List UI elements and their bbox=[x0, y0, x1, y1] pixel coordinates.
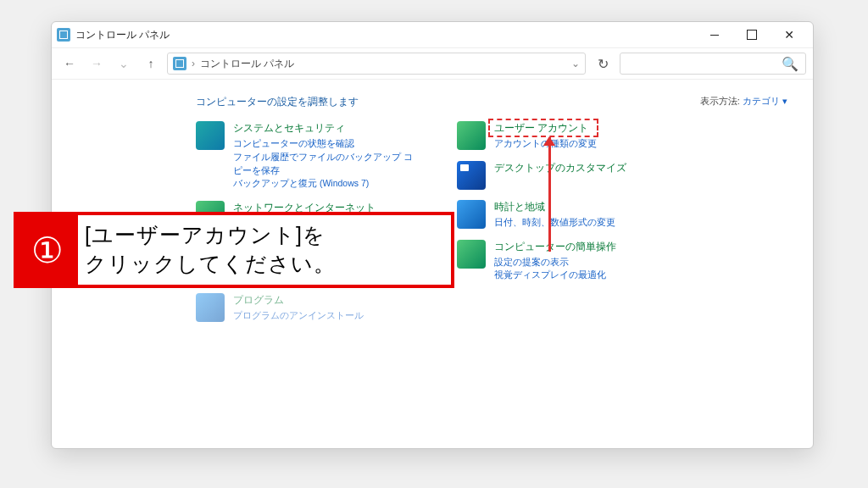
search-icon: 🔍 bbox=[782, 56, 798, 72]
category-column-right: ユーザー アカウント アカウントの種類の変更 デスクトップのカスタマイズ 時計と… bbox=[457, 121, 677, 322]
monitor-icon bbox=[457, 161, 486, 190]
back-button[interactable]: ← bbox=[58, 53, 81, 75]
forward-button[interactable]: → bbox=[86, 53, 108, 75]
category-link[interactable]: 設定の提案の表示 bbox=[494, 256, 616, 269]
close-button[interactable]: ✕ bbox=[771, 22, 808, 47]
control-panel-icon bbox=[57, 28, 70, 42]
category-title[interactable]: システムとセキュリティ bbox=[233, 121, 416, 136]
annotation-arrow bbox=[548, 137, 551, 252]
category-clock-region: 時計と地域 日付、時刻、数値形式の変更 bbox=[457, 200, 677, 230]
maximize-button[interactable] bbox=[733, 22, 771, 47]
user-icon bbox=[457, 121, 486, 150]
titlebar: コントロール パネル ✕ bbox=[52, 22, 813, 47]
category-ease-of-access: コンピューターの簡単操作 設定の提案の表示 視覚ディスプレイの最適化 bbox=[457, 240, 677, 283]
annotation-text: [ユーザーアカウント]を クリックしてください。 bbox=[78, 218, 451, 282]
category-personalization: デスクトップのカスタマイズ bbox=[457, 161, 677, 190]
window-title: コントロール パネル bbox=[75, 28, 170, 42]
clock-icon bbox=[457, 200, 486, 229]
minimize-button[interactable] bbox=[696, 22, 733, 47]
recent-dropdown[interactable]: ⌄ bbox=[113, 53, 135, 75]
accessibility-icon bbox=[457, 240, 486, 269]
category-link[interactable]: ファイル履歴でファイルのバックアップ コピーを保存 bbox=[233, 151, 416, 178]
category-link[interactable]: バックアップと復元 (Windows 7) bbox=[233, 177, 416, 191]
chevron-down-icon[interactable]: ⌄ bbox=[571, 58, 580, 69]
category-link[interactable]: プログラムのアンインストール bbox=[233, 309, 364, 323]
up-button[interactable]: ↑ bbox=[140, 53, 162, 75]
category-title[interactable]: コンピューターの簡単操作 bbox=[494, 240, 616, 254]
category-system-security: システムとセキュリティ コンピューターの状態を確認 ファイル履歴でファイルのバッ… bbox=[196, 121, 416, 191]
category-link[interactable]: 視覚ディスプレイの最適化 bbox=[494, 269, 616, 282]
navigation-bar: ← → ⌄ ↑ › コントロール パネル ⌄ ↻ 🔍 bbox=[52, 47, 813, 80]
programs-icon bbox=[196, 293, 225, 322]
annotation-callout: ① [ユーザーアカウント]を クリックしてください。 bbox=[14, 212, 454, 288]
control-panel-icon bbox=[173, 57, 186, 70]
category-link[interactable]: 日付、時刻、数値形式の変更 bbox=[494, 216, 615, 230]
refresh-button[interactable]: ↻ bbox=[591, 53, 615, 75]
category-title[interactable]: デスクトップのカスタマイズ bbox=[494, 161, 626, 175]
chevron-right-icon: › bbox=[192, 58, 195, 69]
search-input[interactable]: 🔍 bbox=[620, 53, 806, 75]
view-by-dropdown[interactable]: カテゴリ ▾ bbox=[743, 96, 787, 106]
annotation-highlight bbox=[488, 119, 598, 137]
category-title[interactable]: 時計と地域 bbox=[494, 200, 615, 214]
breadcrumb[interactable]: コントロール パネル bbox=[200, 57, 294, 71]
annotation-number: ① bbox=[17, 215, 78, 285]
category-programs: プログラム プログラムのアンインストール bbox=[196, 293, 416, 323]
view-by: 表示方法: カテゴリ ▾ bbox=[700, 95, 787, 108]
category-title[interactable]: プログラム bbox=[233, 293, 364, 308]
shield-icon bbox=[196, 121, 225, 150]
address-bar[interactable]: › コントロール パネル ⌄ bbox=[167, 53, 586, 75]
category-link[interactable]: コンピューターの状態を確認 bbox=[233, 137, 416, 151]
